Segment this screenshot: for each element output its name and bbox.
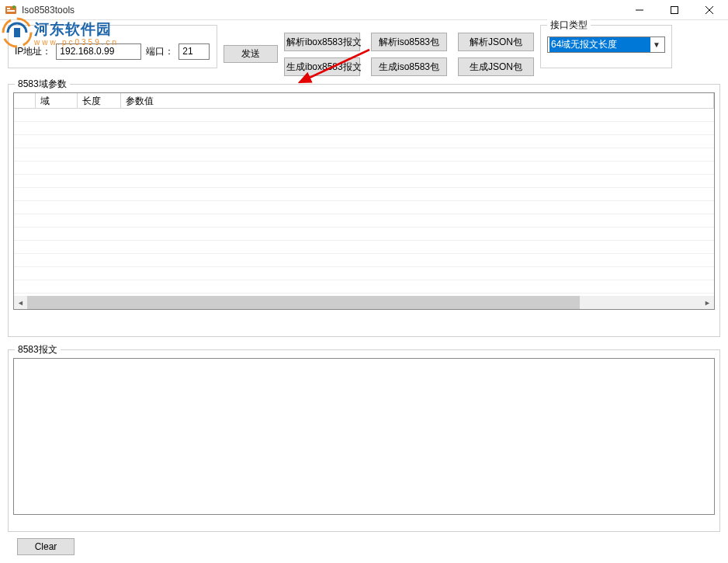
window-controls <box>622 0 726 20</box>
app-icon <box>5 4 17 16</box>
table-row <box>14 162 714 175</box>
horizontal-scrollbar[interactable]: ◄ ► <box>14 296 714 309</box>
col-check[interactable] <box>14 93 36 108</box>
svg-rect-5 <box>671 6 678 13</box>
scroll-left-icon[interactable]: ◄ <box>14 296 27 309</box>
svg-rect-1 <box>7 8 10 9</box>
params-group: 8583域参数 域 长度 参数值 <box>8 84 720 337</box>
action-buttons: 解析ibox8583报文 解析iso8583包 解析JSON包 生成ibox85… <box>284 33 534 76</box>
gen-ibox-button[interactable]: 生成ibox8583报文 <box>284 57 360 76</box>
col-length[interactable]: 长度 <box>78 93 121 108</box>
col-field[interactable]: 域 <box>36 93 78 108</box>
ip-input[interactable] <box>56 43 141 60</box>
parse-iso-button[interactable]: 解析iso8583包 <box>371 33 447 51</box>
table-row <box>14 267 714 280</box>
table-header: 域 长度 参数值 <box>14 93 714 109</box>
svg-rect-2 <box>7 10 15 12</box>
message-group: 8583报文 <box>8 349 720 532</box>
table-row <box>14 109 714 122</box>
table-row <box>14 175 714 188</box>
table-row <box>14 241 714 254</box>
chevron-down-icon: ▼ <box>650 40 663 49</box>
scroll-track[interactable] <box>27 296 701 309</box>
close-button[interactable] <box>692 0 726 20</box>
table-row <box>14 228 714 241</box>
scroll-thumb[interactable] <box>27 296 580 309</box>
maximize-button[interactable] <box>657 0 692 20</box>
table-row <box>14 135 714 148</box>
clear-button[interactable]: Clear <box>17 538 75 555</box>
message-textarea[interactable] <box>13 358 715 515</box>
interface-selected: 64域无报文长度 <box>549 37 650 52</box>
parse-ibox-button[interactable]: 解析ibox8583报文 <box>284 33 360 51</box>
parse-json-button[interactable]: 解析JSON包 <box>458 33 534 51</box>
col-value[interactable]: 参数值 <box>121 93 714 108</box>
table-row <box>14 148 714 162</box>
table-row <box>14 122 714 135</box>
table-row <box>14 214 714 228</box>
port-label: 端口： <box>146 45 174 58</box>
send-button[interactable]: 发送 <box>224 45 278 63</box>
svg-point-3 <box>12 5 16 9</box>
scroll-right-icon[interactable]: ► <box>701 296 714 309</box>
table-row <box>14 201 714 214</box>
window-title: Iso8583tools <box>22 5 622 16</box>
ip-panel: IP地址： 端口： <box>8 25 217 68</box>
table-row <box>14 188 714 201</box>
table-row <box>14 280 714 294</box>
interface-legend: 接口类型 <box>547 19 591 32</box>
table-body[interactable] <box>14 109 714 295</box>
ip-label: IP地址： <box>15 45 51 58</box>
interface-type-select[interactable]: 64域无报文长度 ▼ <box>547 36 665 53</box>
params-table: 域 长度 参数值 ◄ <box>13 92 715 310</box>
params-legend: 8583域参数 <box>15 78 70 91</box>
gen-iso-button[interactable]: 生成iso8583包 <box>371 57 447 76</box>
minimize-button[interactable] <box>622 0 657 20</box>
interface-type-group: 接口类型 64域无报文长度 ▼ <box>540 25 672 68</box>
table-row <box>14 254 714 267</box>
port-input[interactable] <box>179 43 210 60</box>
title-bar: Iso8583tools <box>0 0 728 20</box>
message-legend: 8583报文 <box>15 343 61 356</box>
gen-json-button[interactable]: 生成JSON包 <box>458 57 534 76</box>
